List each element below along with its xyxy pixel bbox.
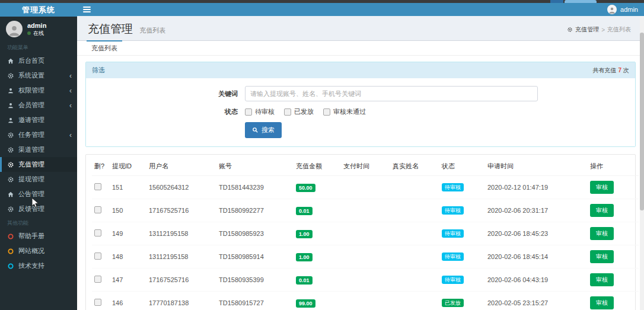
row-checkbox[interactable] bbox=[94, 183, 101, 190]
sidebar-item[interactable]: 系统设置‹ bbox=[0, 68, 77, 83]
sidebar-item[interactable]: 后台首页 bbox=[0, 53, 77, 68]
status-checkbox[interactable] bbox=[323, 108, 330, 116]
sidebar-item[interactable]: 提现管理 bbox=[0, 172, 77, 187]
tab-recharge-list[interactable]: 充值列表 bbox=[87, 41, 122, 55]
cell-amount: 1.00 bbox=[294, 245, 341, 269]
sidebar-item[interactable]: 任务管理‹ bbox=[0, 127, 77, 142]
amount-badge: 1.00 bbox=[296, 253, 313, 261]
gear-icon bbox=[7, 72, 14, 79]
status-checkbox[interactable] bbox=[284, 108, 291, 116]
column-header: 充值金额 bbox=[294, 157, 341, 176]
circle-icon bbox=[7, 248, 14, 255]
gear-icon bbox=[7, 206, 14, 213]
cell-account: TD1581443239 bbox=[216, 176, 294, 199]
cell-pay-time bbox=[341, 245, 390, 269]
audit-button[interactable]: 审核 bbox=[590, 227, 614, 240]
scrollbar-thumb[interactable] bbox=[640, 33, 644, 210]
column-header: 支付时间 bbox=[341, 157, 390, 176]
sidebar-item[interactable]: 网站概况 bbox=[0, 244, 77, 258]
audit-button[interactable]: 审核 bbox=[590, 250, 614, 263]
content-area: 充值管理 充值列表 充值管理 > 充值列表 充值列表 bbox=[77, 16, 644, 310]
cell-status: 待审核 bbox=[439, 176, 485, 199]
cell-id: 149 bbox=[110, 222, 146, 245]
column-header: 状态 bbox=[439, 157, 485, 176]
cutoff-button[interactable] bbox=[565, 0, 597, 3]
menu-section-label: 其他功能 bbox=[0, 216, 77, 229]
cell-pay-time bbox=[341, 176, 390, 199]
row-checkbox[interactable] bbox=[94, 276, 101, 283]
cell-pay-time bbox=[341, 292, 390, 310]
breadcrumb: 充值管理 > 充值列表 bbox=[567, 25, 631, 34]
amount-badge: 0.01 bbox=[296, 207, 313, 215]
sidebar-item[interactable]: 权限管理‹ bbox=[0, 83, 77, 98]
sidebar-item[interactable]: 渠道管理 bbox=[0, 142, 77, 157]
app-logo[interactable]: 管理系统 bbox=[0, 3, 77, 17]
cell-username: 13112195158 bbox=[146, 245, 216, 269]
recharge-total: 共有充值7次 bbox=[592, 66, 629, 75]
sidebar-item[interactable]: 邀请管理 bbox=[0, 113, 77, 127]
home-icon bbox=[7, 57, 14, 65]
sidebar-item[interactable]: 技术支持 bbox=[0, 258, 77, 273]
sidebar-item-label: 任务管理 bbox=[18, 130, 44, 139]
sidebar-username: admin bbox=[27, 22, 46, 30]
row-checkbox[interactable] bbox=[94, 229, 101, 237]
cell-id: 150 bbox=[110, 199, 146, 222]
home-icon bbox=[7, 191, 14, 198]
scrollbar-track[interactable] bbox=[640, 16, 644, 310]
sidebar-user-panel: admin 在线 bbox=[0, 17, 77, 41]
cell-status: 已发放 bbox=[439, 292, 485, 310]
sidebar-item[interactable]: 会员管理‹ bbox=[0, 98, 77, 113]
row-checkbox[interactable] bbox=[94, 253, 101, 260]
cell-amount: 1.00 bbox=[294, 222, 341, 245]
online-dot-icon bbox=[27, 31, 31, 35]
sidebar-item[interactable]: 公告管理 bbox=[0, 187, 77, 202]
status-checkbox-group: 待审核已发放审核未通过 bbox=[245, 107, 375, 116]
keyword-input[interactable] bbox=[245, 86, 538, 101]
breadcrumb-current: 充值列表 bbox=[607, 25, 631, 34]
cell-username: 17167525716 bbox=[146, 199, 216, 222]
audit-button[interactable]: 审核 bbox=[590, 296, 614, 309]
audit-button[interactable]: 审核 bbox=[590, 181, 614, 194]
cell-id: 148 bbox=[110, 245, 146, 269]
cell-status: 待审核 bbox=[439, 269, 485, 292]
sidebar-item[interactable]: 充值管理 bbox=[0, 157, 77, 172]
sidebar-item[interactable]: 帮助手册 bbox=[0, 229, 77, 244]
chevron-left-icon: ‹ bbox=[69, 72, 72, 80]
audit-button[interactable]: 审核 bbox=[590, 204, 614, 217]
cell-select bbox=[92, 269, 110, 292]
user-icon bbox=[8, 24, 20, 36]
cell-account: TD1580985923 bbox=[216, 222, 294, 245]
users-icon bbox=[7, 87, 14, 94]
main-box: 充值列表 筛选 共有充值7次 bbox=[77, 40, 644, 310]
cell-id: 151 bbox=[110, 176, 146, 199]
cell-account: TD1580985914 bbox=[216, 245, 294, 269]
status-checkbox[interactable] bbox=[245, 108, 252, 116]
status-badge: 已发放 bbox=[442, 299, 464, 307]
circle-icon bbox=[7, 233, 14, 240]
column-header: 操作 bbox=[588, 157, 639, 176]
cell-pay-time bbox=[341, 269, 390, 292]
navbar-user-menu[interactable]: admin bbox=[607, 5, 638, 14]
cell-username: 17770187138 bbox=[146, 292, 216, 310]
tab-strip: 充值列表 bbox=[77, 41, 644, 56]
column-header: 提现ID bbox=[110, 157, 146, 176]
status-badge: 待审核 bbox=[442, 229, 464, 238]
search-button[interactable]: 搜索 bbox=[245, 122, 282, 138]
sidebar-item-label: 帮助手册 bbox=[18, 232, 44, 241]
status-checkbox-label: 已发放 bbox=[294, 107, 314, 116]
users-icon bbox=[7, 117, 14, 124]
cell-apply-time: 2020-02-05 23:15:27 bbox=[485, 292, 588, 310]
status-badge: 待审核 bbox=[442, 253, 464, 261]
row-checkbox[interactable] bbox=[94, 206, 101, 213]
audit-button[interactable]: 审核 bbox=[590, 273, 614, 286]
breadcrumb-parent[interactable]: 充值管理 bbox=[575, 25, 599, 34]
row-checkbox[interactable] bbox=[94, 299, 101, 306]
cell-username: 13112195158 bbox=[146, 222, 216, 245]
cell-real-name bbox=[390, 222, 439, 245]
hamburger-icon[interactable] bbox=[83, 7, 91, 12]
sidebar-item[interactable]: 反馈管理 bbox=[0, 202, 77, 216]
cell-account: TD1580935399 bbox=[216, 269, 294, 292]
sidebar-item-label: 反馈管理 bbox=[18, 204, 44, 213]
table-header-row: 删?提现ID用户名账号充值金额支付时间真实姓名状态申请时间操作 bbox=[92, 157, 639, 176]
cell-account: TD1580992277 bbox=[216, 199, 294, 222]
